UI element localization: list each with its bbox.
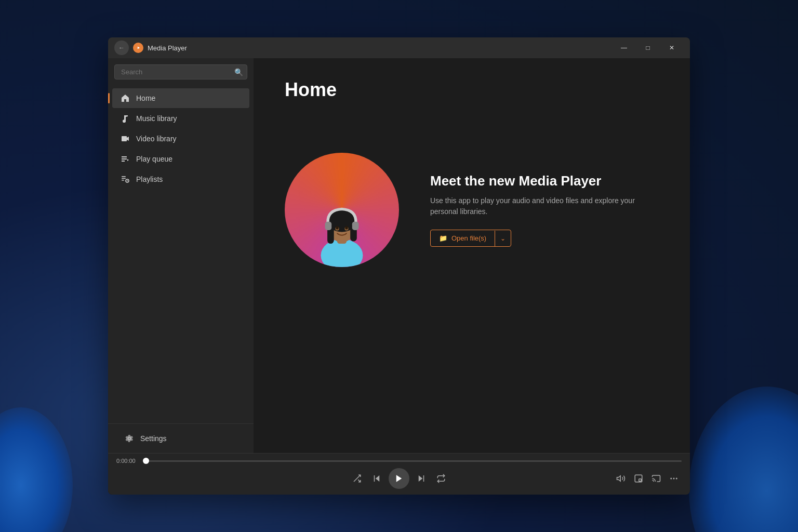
miniplayer-button[interactable] bbox=[631, 471, 646, 486]
sidebar-item-playlists[interactable]: Playlists bbox=[112, 169, 249, 189]
open-files-main-button[interactable]: 📁 Open file(s) bbox=[431, 230, 495, 246]
svg-rect-28 bbox=[374, 475, 375, 482]
sidebar-item-home[interactable]: Home bbox=[112, 88, 249, 108]
cast-button[interactable] bbox=[648, 471, 664, 486]
settings-icon bbox=[125, 434, 134, 443]
volume-button[interactable] bbox=[613, 471, 629, 486]
svg-point-38 bbox=[676, 478, 677, 480]
svg-rect-8 bbox=[122, 176, 126, 177]
folder-icon: 📁 bbox=[439, 234, 447, 242]
queue-icon bbox=[121, 154, 130, 164]
sidebar: 🔍 Home bbox=[108, 58, 254, 453]
sidebar-item-video-library[interactable]: Video library bbox=[112, 129, 249, 149]
svg-point-12 bbox=[127, 180, 128, 181]
play-button[interactable] bbox=[389, 468, 409, 489]
window-controls: — □ ✕ bbox=[612, 39, 684, 56]
app-icon bbox=[133, 43, 143, 53]
playlist-icon bbox=[121, 175, 130, 184]
prev-button[interactable] bbox=[369, 471, 384, 486]
title-bar-left: ← Media Player bbox=[114, 41, 612, 55]
right-controls bbox=[613, 471, 682, 486]
svg-marker-3 bbox=[127, 137, 129, 141]
svg-rect-2 bbox=[122, 136, 127, 141]
repeat-button[interactable] bbox=[433, 471, 449, 486]
sidebar-search-area: 🔍 bbox=[108, 58, 254, 86]
title-bar: ← Media Player — □ ✕ bbox=[108, 37, 690, 58]
open-files-button-group[interactable]: 📁 Open file(s) ⌄ bbox=[430, 230, 511, 247]
svg-rect-24 bbox=[352, 222, 359, 230]
player-controls bbox=[108, 466, 690, 491]
sidebar-item-playlists-label: Playlists bbox=[136, 175, 163, 183]
svg-marker-30 bbox=[419, 475, 423, 482]
time-current: 0:00:00 bbox=[116, 458, 140, 464]
svg-rect-10 bbox=[122, 180, 124, 181]
open-files-label: Open file(s) bbox=[451, 234, 486, 242]
sidebar-bottom: Settings bbox=[108, 423, 254, 453]
hero-description: Use this app to play your audio and vide… bbox=[430, 195, 659, 217]
svg-marker-27 bbox=[376, 475, 380, 482]
sidebar-item-settings[interactable]: Settings bbox=[116, 429, 245, 448]
hero-title: Meet the new Media Player bbox=[430, 173, 659, 189]
svg-marker-29 bbox=[396, 475, 402, 482]
search-wrapper: 🔍 bbox=[114, 64, 247, 79]
open-files-dropdown-button[interactable]: ⌄ bbox=[495, 231, 511, 246]
svg-rect-6 bbox=[122, 161, 125, 162]
svg-rect-23 bbox=[325, 222, 332, 230]
player-bar: 0:00:00 bbox=[108, 453, 690, 495]
music-icon bbox=[121, 114, 130, 123]
svg-point-37 bbox=[673, 478, 675, 480]
page-title: Home bbox=[285, 79, 659, 101]
more-button[interactable] bbox=[666, 471, 682, 486]
decorative-shape-right bbox=[689, 387, 798, 532]
app-window: ← Media Player — □ ✕ 🔍 bbox=[108, 37, 690, 495]
sidebar-item-music-label: Music library bbox=[136, 114, 177, 123]
maximize-button[interactable]: □ bbox=[636, 39, 660, 56]
back-button[interactable]: ← bbox=[114, 41, 129, 55]
svg-rect-31 bbox=[423, 475, 424, 482]
sidebar-item-video-label: Video library bbox=[136, 135, 177, 143]
home-icon bbox=[121, 94, 130, 103]
sidebar-item-play-queue[interactable]: Play queue bbox=[112, 149, 249, 169]
svg-rect-9 bbox=[122, 178, 126, 179]
progress-thumb bbox=[143, 458, 149, 464]
search-icon-button[interactable]: 🔍 bbox=[234, 68, 243, 76]
next-button[interactable] bbox=[414, 471, 429, 486]
svg-marker-7 bbox=[127, 159, 129, 161]
sidebar-nav: Home Music library bbox=[108, 86, 254, 423]
decorative-shape-left bbox=[0, 407, 73, 532]
svg-point-22 bbox=[345, 226, 348, 229]
sidebar-item-music-library[interactable]: Music library bbox=[112, 109, 249, 128]
sidebar-item-queue-label: Play queue bbox=[136, 155, 172, 163]
svg-point-36 bbox=[670, 478, 672, 480]
svg-rect-34 bbox=[639, 479, 642, 482]
video-icon bbox=[121, 134, 130, 143]
shuffle-button[interactable] bbox=[349, 471, 365, 486]
character-illustration bbox=[303, 174, 381, 267]
main-content: Home bbox=[254, 58, 690, 453]
sidebar-settings-label: Settings bbox=[140, 434, 167, 443]
sidebar-item-home-label: Home bbox=[136, 94, 155, 102]
hero-text: Meet the new Media Player Use this app t… bbox=[430, 173, 659, 247]
content-area: 🔍 Home bbox=[108, 58, 690, 453]
hero-section: Meet the new Media Player Use this app t… bbox=[285, 153, 659, 267]
progress-track[interactable] bbox=[146, 460, 682, 462]
hero-avatar bbox=[285, 153, 399, 267]
search-input[interactable] bbox=[114, 64, 247, 79]
progress-bar: 0:00:00 bbox=[108, 454, 690, 466]
svg-rect-5 bbox=[122, 158, 127, 159]
svg-point-21 bbox=[336, 226, 338, 229]
app-title: Media Player bbox=[148, 44, 187, 52]
close-button[interactable]: ✕ bbox=[660, 39, 684, 56]
svg-rect-4 bbox=[122, 156, 127, 157]
minimize-button[interactable]: — bbox=[612, 39, 636, 56]
svg-marker-32 bbox=[617, 476, 621, 482]
play-icon bbox=[135, 45, 141, 51]
